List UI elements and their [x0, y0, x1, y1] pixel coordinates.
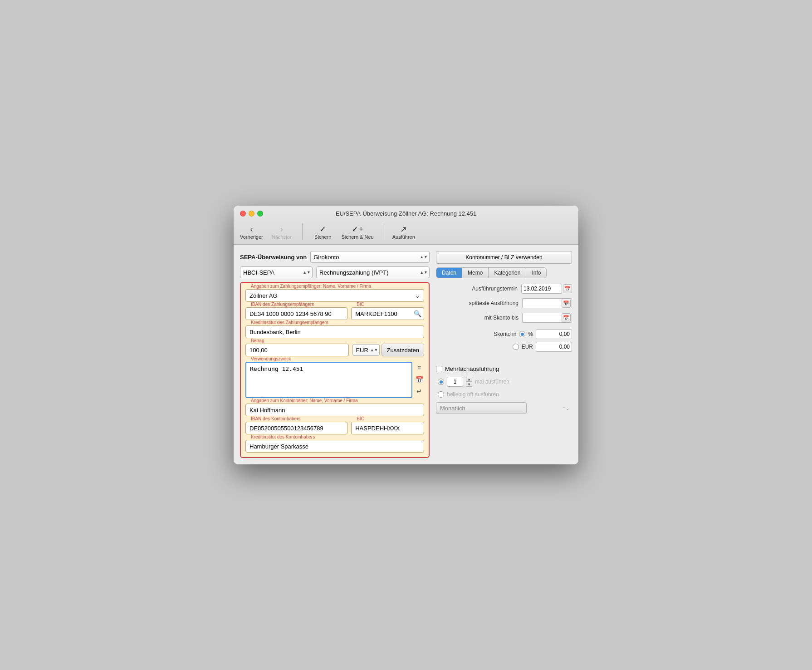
payment-type-select[interactable]: Rechnungszahlung (IVPT): [316, 266, 430, 278]
skonto-percent-radio[interactable]: [519, 331, 525, 337]
ausfuehrungstermin-input[interactable]: [521, 284, 562, 294]
skonto-eur-radio[interactable]: [513, 344, 519, 350]
stepper-down-button[interactable]: ▼: [466, 382, 472, 387]
recipient-dropdown[interactable]: Zöllner AG ⌄: [245, 289, 424, 302]
tab-bar: Daten Memo Kategorien Info: [436, 267, 547, 278]
skonto-eur-row: EUR: [436, 342, 572, 352]
exec-count-input[interactable]: [447, 377, 463, 387]
skonto-bis-label: mit Skonto bis: [484, 315, 519, 321]
owner-bic-input[interactable]: [351, 422, 424, 434]
export-icon: ↗: [400, 225, 407, 233]
bic-input[interactable]: [351, 307, 424, 320]
tab-daten[interactable]: Daten: [436, 268, 462, 278]
skonto-eur-input[interactable]: [536, 342, 572, 352]
right-section: Ausführungstermin 📅 späteste Ausführung …: [436, 282, 572, 414]
execute-button[interactable]: ↗ Ausführen: [392, 225, 415, 240]
save-label: Sichern: [314, 234, 331, 240]
interval-select[interactable]: Monatlich: [436, 402, 527, 414]
zusatzdaten-button[interactable]: Zusatzdaten: [382, 344, 424, 356]
ausfuehrungstermin-cal-button[interactable]: 📅: [563, 284, 572, 293]
checkmark-icon: ✓: [319, 225, 326, 233]
purpose-group: Verwendungszweck Rechnung 12.451 ≡ 📅 ↵: [245, 360, 424, 398]
save-button[interactable]: ✓ Sichern: [312, 225, 334, 240]
payment-type-select-wrapper: Rechnungszahlung (IVPT) ▲▼: [316, 266, 430, 278]
bic-group: BIC 🔍: [351, 305, 424, 320]
maximize-button[interactable]: [257, 211, 263, 217]
separator2: [383, 223, 383, 240]
skonto-percent-input[interactable]: [536, 329, 572, 339]
bank-group: Kreditinstitut des Zahlungsempfängers: [245, 324, 424, 338]
form-box: Angaben zum Zahlungsempfänger: Name, Vor…: [240, 282, 430, 458]
protocol-select[interactable]: HBCI-SEPA: [240, 266, 313, 278]
account-number-button[interactable]: Kontonummer / BLZ verwenden: [436, 251, 572, 264]
currency-select[interactable]: EUR: [352, 344, 380, 356]
textarea-wrapper: Rechnung 12.451 ≡ 📅 ↵: [245, 362, 424, 398]
close-button[interactable]: [240, 211, 246, 217]
owner-iban-label: IBAN des Kontoinhabers: [249, 416, 303, 421]
spaeteste-input-wrap: 📅: [522, 298, 572, 308]
text-list-icon[interactable]: ≡: [414, 363, 424, 373]
owner-iban-group: IBAN des Kontoinhabers: [245, 420, 347, 434]
betrag-input[interactable]: [245, 344, 349, 356]
titlebar: EU/SEPA-Überweisung Zöllner AG: Rechnung…: [234, 206, 578, 245]
owner-bank-label: Kreditinstitut des Kontoinhabers: [249, 434, 317, 439]
account-select[interactable]: Girokonto: [310, 251, 430, 263]
interval-arrows-icon: ⌃⌄: [562, 406, 569, 411]
skonto-in-label: Skonto in: [494, 331, 516, 337]
exec-count-radio[interactable]: [438, 379, 444, 385]
stepper-up-button[interactable]: ▲: [466, 377, 472, 382]
window-title: EU/SEPA-Überweisung Zöllner AG: Rechnung…: [336, 210, 476, 217]
beliebig-label: beliebig oft ausführen: [447, 391, 499, 398]
owner-input[interactable]: [245, 404, 424, 416]
dropdown-chevron-icon: ⌄: [415, 292, 420, 299]
betrag-row: Betrag EUR ▲▼ Zusatzdaten: [245, 342, 424, 356]
bic-label: BIC: [355, 302, 366, 307]
prev-label: Vorheriger: [240, 234, 263, 240]
tab-kategorien[interactable]: Kategorien: [489, 268, 526, 278]
save-new-label: Sichern & Neu: [342, 234, 374, 240]
skonto-eur-label: EUR: [522, 344, 533, 350]
spaeteste-cal-button[interactable]: 📅: [562, 299, 571, 308]
protocol-select-wrapper: HBCI-SEPA ▲▼: [240, 266, 313, 278]
minimize-button[interactable]: [249, 211, 254, 217]
search-icon[interactable]: 🔍: [414, 310, 421, 317]
next-button[interactable]: › Nächster: [270, 225, 293, 240]
chevron-left-icon: ‹: [250, 225, 253, 233]
mehrfach-checkbox[interactable]: [436, 366, 442, 372]
sepa-row: SEPA-Überweisung von Girokonto ▲▼: [240, 251, 430, 263]
sepa-label: SEPA-Überweisung von: [240, 254, 307, 261]
betrag-group: Betrag: [245, 342, 349, 356]
exec-count-row: ▲ ▼ mal ausführen: [436, 377, 572, 387]
window-controls: [240, 211, 263, 217]
iban-group: IBAN des Zahlungsempfängers: [245, 305, 347, 320]
skonto-bis-row: mit Skonto bis 📅: [436, 313, 572, 323]
calendar-icon[interactable]: 📅: [414, 374, 424, 384]
owner-label: Angaben zum Kontoinhaber: Name, Vorname …: [249, 398, 360, 403]
account-select-wrapper: Girokonto ▲▼: [310, 251, 430, 263]
beliebig-row: beliebig oft ausführen: [436, 391, 572, 398]
owner-iban-bic-row: IBAN des Kontoinhabers BIC: [245, 420, 424, 434]
skonto-radio-group: Skonto in % EUR: [436, 329, 572, 352]
prev-button[interactable]: ‹ Vorheriger: [240, 225, 263, 240]
titlebar-top: EU/SEPA-Überweisung Zöllner AG: Rechnung…: [240, 210, 572, 217]
purpose-textarea[interactable]: Rechnung 12.451: [245, 362, 412, 398]
owner-bank-input[interactable]: [245, 440, 424, 453]
beliebig-radio[interactable]: [438, 391, 444, 398]
mal-ausfuehren-label: mal ausführen: [475, 379, 509, 385]
skonto-bis-cal-button[interactable]: 📅: [562, 313, 571, 322]
iban-bic-row: IBAN des Zahlungsempfängers BIC 🔍: [245, 305, 424, 320]
skonto-percent-label: %: [528, 331, 533, 337]
next-label: Nächster: [272, 234, 292, 240]
return-icon[interactable]: ↵: [414, 386, 424, 396]
save-new-button[interactable]: ✓+ Sichern & Neu: [342, 225, 374, 240]
tab-memo[interactable]: Memo: [462, 268, 489, 278]
tab-info[interactable]: Info: [526, 268, 546, 278]
ausfuehrungstermin-label: Ausführungstermin: [472, 286, 518, 292]
iban-input[interactable]: [245, 307, 347, 320]
bank-input[interactable]: [245, 325, 424, 338]
ausfuehrungstermin-input-wrap: 📅: [521, 284, 572, 294]
owner-iban-input[interactable]: [245, 422, 347, 434]
main-window: EU/SEPA-Überweisung Zöllner AG: Rechnung…: [234, 206, 578, 464]
currency-row: EUR ▲▼ Zusatzdaten: [352, 344, 424, 356]
currency-select-wrapper: EUR ▲▼: [352, 344, 380, 356]
